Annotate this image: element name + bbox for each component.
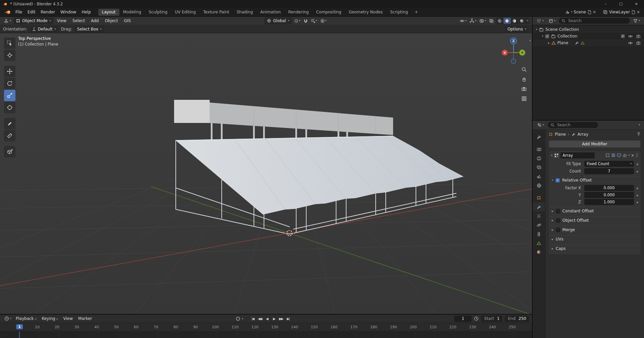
timeline-tracks[interactable] bbox=[0, 332, 532, 338]
outliner-filter-button[interactable]: ▾ bbox=[632, 19, 642, 23]
modifier-extras-caret-icon[interactable]: ▾ bbox=[628, 154, 630, 157]
tab-constraints[interactable] bbox=[533, 229, 545, 239]
tab-modeling[interactable]: Modeling bbox=[119, 9, 145, 16]
mode-dropdown[interactable]: Object Mode ▾ bbox=[13, 17, 54, 24]
orientation-default-dropdown[interactable]: Default ▾ bbox=[30, 26, 59, 32]
mesh-data-badge-icon[interactable] bbox=[581, 41, 585, 45]
count-field[interactable]: 7 bbox=[584, 168, 634, 174]
navigation-gizmo[interactable]: Z X Y bbox=[499, 35, 528, 67]
ortho-grid-button[interactable] bbox=[521, 95, 527, 102]
proportional-editing-toggle[interactable]: ▾ bbox=[319, 17, 328, 24]
factor-y-field[interactable]: 0.000 bbox=[584, 192, 634, 198]
outliner-item-label[interactable]: Scene Collection bbox=[545, 27, 579, 32]
vp-menu-view[interactable]: View bbox=[54, 16, 69, 25]
disable-render-camera-icon[interactable] bbox=[636, 34, 641, 38]
tab-world[interactable] bbox=[533, 181, 545, 190]
properties-editor-type-button[interactable]: ▾ bbox=[535, 123, 546, 127]
menu-window[interactable]: Window bbox=[58, 8, 79, 16]
viewport-3d[interactable]: Top Perspective (1) Collection | Plane Z… bbox=[0, 33, 532, 314]
properties-search-input[interactable] bbox=[556, 122, 595, 128]
hide-viewport-eye-icon[interactable] bbox=[628, 34, 633, 39]
constant-offset-header[interactable]: ▸ Constant Offset bbox=[549, 207, 641, 215]
timeline-menu-keying[interactable]: Keying ▾ bbox=[39, 314, 60, 323]
collection-exclude-checkbox[interactable]: ✓ bbox=[621, 34, 625, 38]
menu-edit[interactable]: Edit bbox=[25, 8, 38, 16]
animate-dot-icon[interactable]: ● bbox=[634, 170, 641, 173]
modifier-name-field[interactable] bbox=[560, 152, 595, 158]
vp-menu-add[interactable]: Add bbox=[88, 16, 101, 25]
panel-expand-caret-icon[interactable]: ▾ bbox=[551, 154, 552, 157]
tool-measure[interactable] bbox=[4, 130, 15, 141]
show-overlays-dropdown[interactable]: ▾ bbox=[478, 17, 487, 24]
snap-toggle[interactable] bbox=[303, 17, 309, 24]
properties-options-caret-icon[interactable]: ▾ bbox=[639, 124, 641, 126]
tab-modifiers[interactable] bbox=[533, 202, 545, 211]
merge-checkbox[interactable] bbox=[556, 228, 560, 232]
object-visibility-dropdown[interactable]: ▾ bbox=[459, 17, 468, 24]
snap-settings-dropdown[interactable]: ▾ bbox=[310, 17, 318, 24]
playhead-frame-badge[interactable]: 1 bbox=[16, 324, 23, 329]
display-render-icon[interactable] bbox=[623, 153, 627, 157]
menu-help[interactable]: Help bbox=[79, 8, 93, 16]
pivot-point-dropdown[interactable]: ▾ bbox=[293, 17, 302, 24]
tab-uv-editing[interactable]: UV Editing bbox=[171, 9, 200, 16]
tab-object-data[interactable] bbox=[533, 239, 545, 248]
tab-compositing[interactable]: Compositing bbox=[312, 9, 345, 16]
tab-material[interactable] bbox=[533, 248, 545, 257]
fit-type-dropdown[interactable]: Fixed Count ▾ bbox=[584, 161, 634, 167]
jump-to-start-button[interactable]: |◀ bbox=[250, 317, 256, 321]
outliner-item-label[interactable]: Collection bbox=[557, 34, 577, 39]
scene-browse-caret-icon[interactable]: ▾ bbox=[571, 11, 572, 13]
playhead-line[interactable] bbox=[19, 332, 20, 338]
current-frame-field[interactable]: 1 bbox=[454, 316, 472, 322]
animate-dot-icon[interactable]: ● bbox=[634, 194, 641, 196]
relative-offset-header[interactable]: ▾ ✓ Relative Offset bbox=[549, 176, 641, 184]
viewlayer-name[interactable]: ViewLayer bbox=[609, 10, 630, 14]
auto-keying-button[interactable] bbox=[235, 316, 240, 321]
tab-shading[interactable]: Shading bbox=[233, 9, 257, 16]
options-button[interactable]: Options ▾ bbox=[505, 26, 529, 32]
outliner-row-plane[interactable]: ▸ Plane bbox=[533, 40, 644, 46]
add-modifier-button[interactable]: Add Modifier bbox=[549, 140, 641, 148]
expand-caret-icon[interactable]: ▾ bbox=[542, 35, 543, 38]
add-workspace-button[interactable]: + bbox=[412, 10, 421, 14]
tool-annotate[interactable] bbox=[4, 118, 15, 129]
relative-offset-checkbox[interactable]: ✓ bbox=[555, 178, 560, 183]
drag-dropdown[interactable]: Select Box ▾ bbox=[74, 26, 104, 32]
shading-rendered-button[interactable] bbox=[518, 18, 526, 24]
breadcrumb-modifier-name[interactable]: Array bbox=[578, 132, 588, 137]
tab-animation[interactable]: Animation bbox=[257, 9, 284, 16]
tool-rotate[interactable] bbox=[4, 78, 15, 89]
orientation-dropdown[interactable]: Global ▾ bbox=[264, 17, 292, 24]
play-button[interactable]: ▶ bbox=[271, 317, 277, 321]
tab-layout[interactable]: Layout bbox=[98, 9, 119, 16]
tab-particles[interactable] bbox=[533, 211, 545, 220]
editor-type-button[interactable]: ▾ bbox=[2, 18, 13, 23]
animate-dot-icon[interactable]: ● bbox=[634, 187, 641, 189]
tool-scale[interactable] bbox=[4, 90, 15, 101]
camera-view-button[interactable] bbox=[521, 85, 527, 92]
tab-scene[interactable] bbox=[533, 172, 545, 181]
jump-to-end-button[interactable]: ▶| bbox=[285, 317, 291, 321]
outliner-search-input[interactable] bbox=[568, 18, 627, 23]
drag-handle-icon[interactable] bbox=[636, 153, 638, 157]
display-cage-icon[interactable] bbox=[605, 153, 610, 157]
pin-icon[interactable] bbox=[637, 132, 641, 136]
play-reverse-button[interactable]: ◀ bbox=[264, 317, 270, 321]
outliner-display-mode-button[interactable]: ▾ bbox=[547, 19, 557, 23]
show-gizmo-dropdown[interactable]: ▾ bbox=[469, 17, 477, 24]
zoom-button[interactable] bbox=[521, 66, 527, 73]
auto-keying-caret-icon[interactable]: ▾ bbox=[242, 318, 243, 320]
animate-dot-icon[interactable]: ● bbox=[634, 163, 641, 165]
shading-solid-button[interactable] bbox=[503, 18, 511, 24]
object-offset-checkbox[interactable] bbox=[556, 218, 560, 223]
close-button[interactable]: × bbox=[629, 0, 644, 8]
collection-enable-checkbox[interactable]: ✓ bbox=[545, 34, 549, 39]
maximize-button[interactable]: □ bbox=[613, 0, 629, 8]
pan-hand-button[interactable] bbox=[521, 76, 527, 82]
minimize-button[interactable]: – bbox=[598, 0, 613, 8]
prev-keyframe-button[interactable]: ◀◀ bbox=[257, 317, 263, 321]
tool-add-cube[interactable] bbox=[4, 146, 15, 157]
animate-dot-icon[interactable]: ● bbox=[634, 201, 641, 203]
tab-texture-paint[interactable]: Texture Paint bbox=[200, 9, 233, 16]
